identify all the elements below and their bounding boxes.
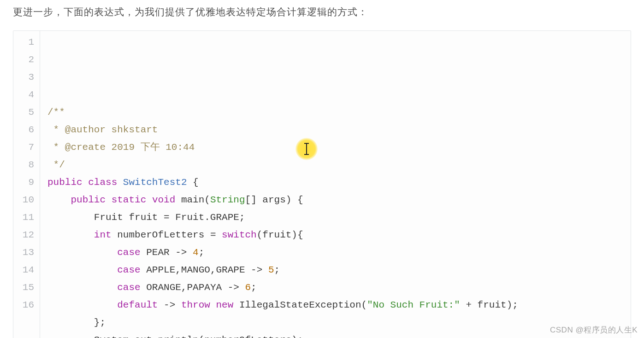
code-line: case ORANGE,PAPAYA -> 6; [47, 279, 518, 296]
line-number: 13 [13, 244, 34, 261]
line-number: 6 [13, 121, 34, 139]
code-line: public static void main(String[] args) { [47, 191, 518, 209]
watermark-text: CSDN @程序员的人生K [550, 325, 638, 335]
line-number: 10 [13, 191, 34, 209]
line-number: 9 [13, 174, 34, 191]
code-line: System.out.println(numberOfLetters); [47, 332, 518, 338]
code-block: 12345678910111213141516 /** * @author sh… [13, 30, 631, 338]
line-number: 7 [13, 139, 34, 156]
code-line: /** [47, 104, 518, 121]
line-number: 4 [13, 86, 34, 104]
code-line: case APPLE,MANGO,GRAPE -> 5; [47, 261, 518, 279]
line-number: 1 [13, 34, 34, 51]
line-number: 16 [13, 296, 34, 314]
code-line: */ [47, 156, 518, 174]
line-number: 14 [13, 261, 34, 279]
line-number: 5 [13, 104, 34, 121]
line-number: 15 [13, 279, 34, 296]
code-line: default -> throw new IllegalStateExcepti… [47, 296, 518, 314]
line-number: 3 [13, 69, 34, 86]
line-number: 11 [13, 209, 34, 226]
line-number: 12 [13, 226, 34, 244]
code-line: int numberOfLetters = switch(fruit){ [47, 226, 518, 244]
line-number-gutter: 12345678910111213141516 [13, 31, 40, 338]
code-line: Fruit fruit = Fruit.GRAPE; [47, 209, 518, 226]
code-line: case PEAR -> 4; [47, 244, 518, 261]
code-content[interactable]: /** * @author shkstart * @create 2019 下午… [40, 31, 522, 338]
code-line: * @create 2019 下午 10:44 [47, 139, 518, 156]
line-number: 2 [13, 51, 34, 69]
line-number: 8 [13, 156, 34, 174]
code-line: public class SwitchTest2 { [47, 174, 518, 191]
code-line: }; [47, 314, 518, 332]
intro-paragraph: 更进一步，下面的表达式，为我们提供了优雅地表达特定场合计算逻辑的方式： [0, 0, 644, 20]
code-line: * @author shkstart [47, 121, 518, 139]
